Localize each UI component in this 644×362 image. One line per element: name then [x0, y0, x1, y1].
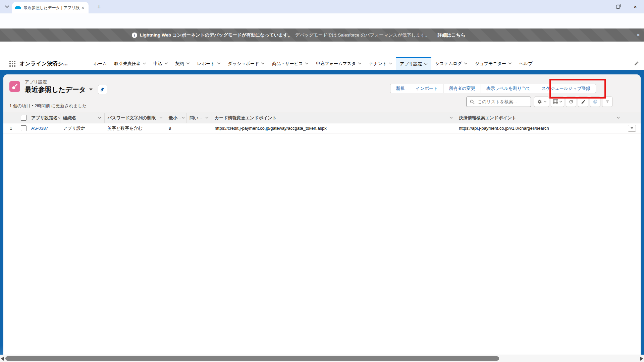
nav-tab-job-monitor[interactable]: ジョブモニター: [471, 57, 516, 70]
row-actions-cell: [623, 123, 641, 133]
object-label: アプリ設定: [25, 79, 47, 85]
list-search-input[interactable]: [477, 99, 531, 105]
cell-name: AS-0387: [29, 123, 60, 133]
list-settings-gear-button[interactable]: [534, 97, 549, 107]
sort-chevron-icon: [58, 117, 60, 119]
row-checkbox[interactable]: [21, 125, 26, 131]
edit-nav-pencil-icon[interactable]: [634, 61, 639, 67]
column-header-password-rule[interactable]: パスワード文字列の制限: [105, 113, 166, 123]
column-header-min[interactable]: 最小...: [166, 113, 187, 123]
sort-chevron-icon: [616, 117, 620, 119]
nav-tab-app-setting[interactable]: アプリ設定: [396, 57, 431, 70]
list-search-icon: [470, 100, 475, 104]
info-icon: i: [132, 33, 137, 38]
sort-chevron-icon: [181, 117, 185, 119]
assign-label-button[interactable]: 表示ラベルを割り当て: [481, 84, 536, 93]
nav-tab-contacts[interactable]: 取引先責任者: [111, 57, 150, 70]
select-all-checkbox[interactable]: [21, 115, 26, 121]
cell-inquiry: [187, 123, 212, 133]
select-all-cell: [18, 113, 29, 123]
banner-details-link[interactable]: 詳細はこちら: [438, 32, 465, 38]
table-row[interactable]: 1 AS-0387 アプリ設定 英字と数字を含む 8 https://credi…: [3, 123, 641, 133]
list-view-title: 最近参照したデータ: [25, 85, 86, 94]
window-restore-button[interactable]: [609, 0, 627, 13]
cell-card-endpoint: https://credit.j-payment.co.jp/gateway/a…: [212, 123, 456, 133]
nav-tab-form-master[interactable]: 申込フォームマスタ: [312, 57, 365, 70]
nav-tab-application[interactable]: 申込: [150, 57, 172, 70]
nav-tabs: ホーム 取引先責任者 申込 契約 レポート ダッシュボード 商品・サービス 申込…: [90, 57, 536, 70]
pin-list-button[interactable]: [98, 85, 107, 94]
row-actions-header: [623, 113, 641, 123]
debug-mode-banner: i Lightning Web コンポーネントのデバッグモードが有効になっていま…: [0, 28, 644, 42]
page-background: アプリ設定 最近参照したデータ 1 個の項目 • 2時間前 に更新されました 新…: [0, 70, 644, 355]
column-header-org[interactable]: 組織名: [60, 113, 105, 123]
sort-chevron-icon: [98, 117, 102, 119]
scroll-left-arrow-icon[interactable]: [1, 357, 4, 361]
app-setting-object-icon: [9, 81, 20, 92]
list-search-box[interactable]: [466, 97, 531, 107]
browser-tab-strip: 最近参照したデータ | アプリ設定 | S × + ×: [0, 0, 644, 13]
import-button[interactable]: インポート: [410, 84, 443, 93]
nav-tab-reports[interactable]: レポート: [194, 57, 224, 70]
nav-tab-dashboards[interactable]: ダッシュボード: [224, 57, 269, 70]
row-actions-button[interactable]: [628, 125, 636, 132]
row-select-cell: [18, 123, 29, 133]
app-nav-bar: オンライン決済シ... ホーム 取引先責任者 申込 契約 レポート ダッシュボー…: [0, 57, 644, 70]
window-close-button[interactable]: ×: [627, 0, 644, 13]
view-selector-chevron-icon[interactable]: [89, 88, 93, 90]
nav-tab-home[interactable]: ホーム: [90, 57, 111, 70]
column-header-inquiry[interactable]: 問い...: [187, 113, 212, 123]
banner-bold-text: Lightning Web コンポーネントのデバッグモードが有効になっています。: [140, 32, 292, 38]
salesforce-global-header: EPT: 1.37 s 2309.54 KB ?: [0, 42, 644, 57]
banner-close-icon[interactable]: ×: [637, 32, 640, 39]
browser-tab[interactable]: 最近参照したデータ | アプリ設定 | S ×: [12, 2, 89, 13]
browser-toolbar: prorp-dev-ed.develop.lightning.force.com…: [0, 13, 644, 28]
column-header-name[interactable]: アプリ設定名: [29, 113, 60, 123]
new-button[interactable]: 新規: [390, 84, 410, 93]
change-owner-button[interactable]: 所有者の変更: [443, 84, 481, 93]
tab-close-icon[interactable]: ×: [80, 5, 86, 11]
nav-tab-system-log[interactable]: システムログ: [431, 57, 471, 70]
annotation-red-box: [549, 79, 606, 99]
row-number: 1: [3, 123, 18, 133]
app-name[interactable]: オンライン決済シ...: [19, 57, 68, 70]
window-minimize-button[interactable]: [592, 0, 609, 13]
cell-min: 8: [166, 123, 187, 133]
banner-normal-text: デバッグモードでは Salesforce のパフォーマンスが低下します。: [295, 32, 430, 38]
scroll-right-arrow-icon[interactable]: [640, 357, 643, 361]
list-meta-text: 1 個の項目 • 2時間前 に更新されました: [9, 103, 87, 109]
new-tab-button[interactable]: +: [95, 3, 103, 11]
sort-chevron-icon: [159, 117, 163, 119]
nav-tab-contract[interactable]: 契約: [172, 57, 194, 70]
scrollbar-thumb[interactable]: [5, 356, 499, 361]
list-view-card: アプリ設定 最近参照したデータ 1 個の項目 • 2時間前 に更新されました 新…: [3, 74, 641, 355]
table-header-row: アプリ設定名 組織名 パスワード文字列の制限 最小... 問い...: [3, 113, 641, 123]
app-launcher-icon[interactable]: [9, 61, 15, 67]
nav-tab-products[interactable]: 商品・サービス: [268, 57, 312, 70]
salesforce-favicon-cloud-icon: [15, 6, 21, 10]
sort-chevron-icon: [449, 117, 453, 119]
tab-title: 最近参照したデータ | アプリ設定 | S: [23, 5, 80, 11]
column-header-card-endpoint[interactable]: カード情報変更エンドポイント: [212, 113, 456, 123]
cell-search-endpoint: https://api.j-payment.co.jp/v1.0/charges…: [456, 123, 623, 133]
cell-password-rule: 英字と数字を含む: [105, 123, 166, 133]
screen: 最近参照したデータ | アプリ設定 | S × + × prorp-dev-ed…: [0, 0, 644, 362]
nav-tab-tenant[interactable]: テナント: [365, 57, 396, 70]
tab-search-chevron-icon[interactable]: [3, 3, 11, 11]
window-controls: ×: [592, 0, 644, 13]
row-number-header: [3, 113, 18, 123]
column-header-search-endpoint[interactable]: 決済情報検索エンドポイント: [456, 113, 623, 123]
horizontal-scrollbar[interactable]: [0, 355, 644, 362]
sort-chevron-icon: [205, 117, 209, 119]
cell-org: アプリ設定: [60, 123, 105, 133]
record-link[interactable]: AS-0387: [31, 126, 48, 131]
list-view-header: アプリ設定 最近参照したデータ 1 個の項目 • 2時間前 に更新されました 新…: [3, 74, 641, 113]
nav-tab-help[interactable]: ヘルプ: [516, 57, 536, 70]
